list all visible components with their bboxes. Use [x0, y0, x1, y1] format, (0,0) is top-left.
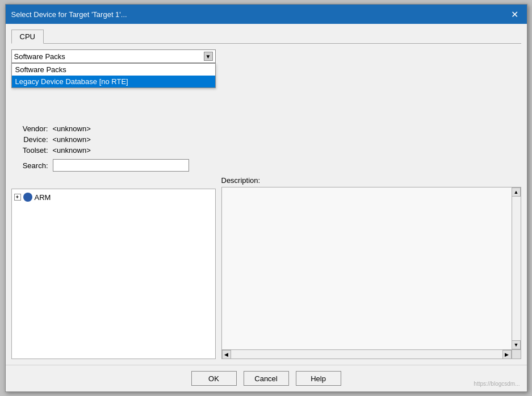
- dropdown-row: Software Packs ▼ Software Packs Legacy D…: [11, 49, 521, 63]
- fields-section: Vendor: <unknown> Device: <unknown> Tool…: [11, 124, 521, 155]
- panels-area: + ARM Description: ▲ ▼: [11, 176, 521, 359]
- help-button[interactable]: Help: [296, 371, 341, 386]
- tab-cpu[interactable]: CPU: [11, 30, 44, 44]
- scroll-right-arrow[interactable]: ▶: [502, 350, 512, 359]
- tree-item-arm[interactable]: + ARM: [14, 191, 213, 203]
- tabs-bar: CPU: [11, 30, 521, 44]
- dropdown-current-value: Software Packs: [14, 52, 213, 61]
- dialog-body: CPU Software Packs ▼ Software Packs Lega…: [6, 24, 527, 365]
- description-panel[interactable]: ▲ ▼ ◀ ▶: [221, 187, 521, 359]
- description-label: Description:: [221, 176, 521, 185]
- dialog-title: Select Device for Target 'Target 1'...: [11, 10, 127, 19]
- dropdown-display[interactable]: Software Packs ▼: [11, 49, 216, 63]
- toolset-row: Toolset: <unknown>: [11, 146, 521, 155]
- desc-scrollbar-horizontal[interactable]: ◀ ▶: [222, 349, 512, 359]
- title-bar: Select Device for Target 'Target 1'... ✕: [6, 5, 527, 24]
- vendor-value: <unknown>: [53, 124, 91, 133]
- device-label: Device:: [11, 135, 48, 144]
- scroll-track-h: [231, 350, 502, 359]
- dialog-footer: OK Cancel Help https://blogcsdm...: [6, 365, 527, 391]
- close-button[interactable]: ✕: [509, 8, 521, 20]
- search-label: Search:: [11, 161, 48, 170]
- ok-button[interactable]: OK: [191, 371, 237, 386]
- device-value: <unknown>: [53, 135, 91, 144]
- device-row: Device: <unknown>: [11, 135, 521, 144]
- arm-label: ARM: [35, 193, 51, 202]
- vendor-label: Vendor:: [11, 124, 48, 133]
- dropdown-option-software-packs[interactable]: Software Packs: [12, 64, 215, 76]
- toolset-value: <unknown>: [53, 146, 91, 155]
- right-panel: Description: ▲ ▼ ◀ ▶: [221, 176, 521, 359]
- vendor-row: Vendor: <unknown>: [11, 124, 521, 133]
- scroll-down-arrow[interactable]: ▼: [512, 340, 521, 349]
- search-row: Search:: [11, 159, 521, 172]
- cancel-button[interactable]: Cancel: [244, 371, 289, 386]
- dropdown-option-legacy-device-db[interactable]: Legacy Device Database [no RTE]: [12, 76, 215, 87]
- arm-icon: [23, 193, 32, 202]
- search-input[interactable]: [53, 159, 189, 172]
- device-tree[interactable]: + ARM: [11, 189, 216, 359]
- scroll-up-arrow[interactable]: ▲: [512, 187, 521, 197]
- main-dialog: Select Device for Target 'Target 1'... ✕…: [5, 4, 527, 392]
- dropdown-wrapper: Software Packs ▼ Software Packs Legacy D…: [11, 49, 216, 63]
- dropdown-popup: Software Packs Legacy Device Database [n…: [11, 63, 216, 88]
- scrollbar-corner: [512, 349, 521, 359]
- toolset-label: Toolset:: [11, 146, 48, 155]
- watermark-text: https://blogcsdm...: [474, 381, 520, 387]
- desc-scrollbar-vertical[interactable]: ▲ ▼: [512, 187, 521, 349]
- scroll-left-arrow[interactable]: ◀: [222, 350, 231, 359]
- content-area: Software Packs ▼ Software Packs Legacy D…: [11, 49, 521, 359]
- expand-arm-icon[interactable]: +: [14, 194, 21, 201]
- scroll-track-v: [512, 197, 521, 340]
- left-panel: + ARM: [11, 176, 216, 359]
